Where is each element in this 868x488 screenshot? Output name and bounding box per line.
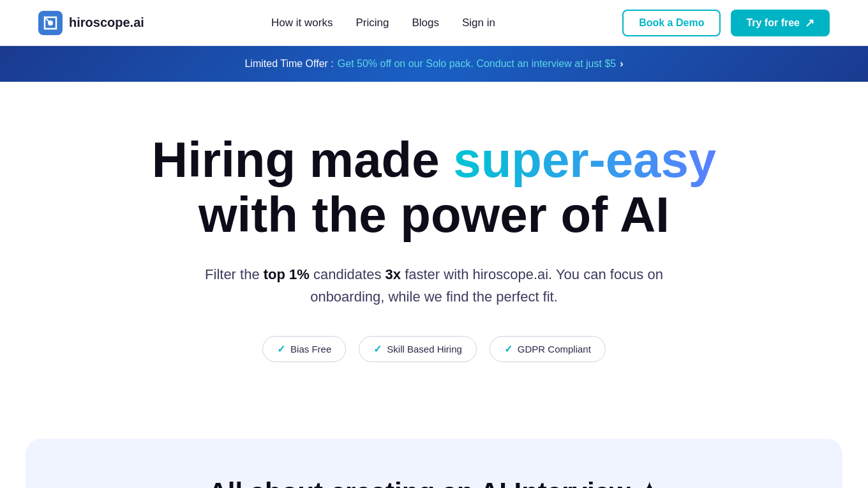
ai-interview-section: All about creating an AI Interview ✦ Wat… — [26, 439, 842, 488]
section2-title: All about creating an AI Interview ✦ — [64, 477, 804, 488]
logo[interactable]: hiroscope.ai — [38, 11, 144, 35]
sparkle-icon: ✦ — [638, 478, 660, 488]
hero-subtitle-part2: candidates — [310, 266, 385, 282]
book-demo-button[interactable]: Book a Demo — [622, 10, 721, 36]
feature-badges: ✓ Bias Free ✓ Skill Based Hiring ✓ GDPR … — [38, 336, 830, 362]
nav-link-signin[interactable]: Sign in — [462, 17, 495, 29]
hero-title: Hiring made super-easy with the power of… — [115, 133, 753, 243]
badge-bias-free: ✓ Bias Free — [262, 336, 346, 362]
nav-links: How it works Pricing Blogs Sign in — [271, 17, 495, 29]
hero-title-part2: with the power of AI — [198, 187, 670, 243]
badge-gdpr: ✓ GDPR Compliant — [490, 336, 606, 362]
nav-link-how-it-works[interactable]: How it works — [271, 17, 333, 29]
try-free-arrow-icon: ↗ — [805, 16, 814, 30]
logo-icon — [38, 11, 63, 35]
badge-bias-free-label: Bias Free — [290, 344, 331, 355]
hero-title-part1: Hiring made — [152, 132, 453, 188]
banner-static-text: Limited Time Offer : — [244, 58, 333, 70]
badge-skill-based: ✓ Skill Based Hiring — [359, 336, 477, 362]
banner-offer-link[interactable]: Get 50% off on our Solo pack. Conduct an… — [338, 58, 616, 70]
badge-gdpr-label: GDPR Compliant — [518, 344, 591, 355]
hero-title-highlight: super-easy — [453, 132, 716, 188]
navbar: hiroscope.ai How it works Pricing Blogs … — [0, 0, 868, 46]
nav-link-pricing[interactable]: Pricing — [355, 17, 389, 29]
check-icon-gdpr: ✓ — [504, 343, 513, 355]
nav-actions: Book a Demo Try for free ↗ — [622, 10, 830, 36]
check-icon-bias-free: ✓ — [277, 343, 285, 355]
nav-link-blogs[interactable]: Blogs — [412, 17, 439, 29]
hero-section: Hiring made super-easy with the power of… — [0, 82, 868, 439]
hero-subtitle: Filter the top 1% candidates 3x faster w… — [204, 263, 664, 308]
logo-text: hiroscope.ai — [69, 15, 144, 30]
check-icon-skill-based: ✓ — [373, 343, 382, 355]
hero-subtitle-bold1: top 1% — [264, 266, 310, 282]
hero-subtitle-bold2: 3x — [385, 266, 401, 282]
section2-title-text: All about creating an AI Interview — [208, 477, 630, 488]
promo-banner[interactable]: Limited Time Offer : Get 50% off on our … — [0, 46, 868, 82]
badge-skill-based-label: Skill Based Hiring — [387, 344, 462, 355]
hero-subtitle-part1: Filter the — [205, 266, 264, 282]
try-free-button[interactable]: Try for free ↗ — [731, 10, 830, 36]
banner-chevron-icon: › — [620, 58, 623, 70]
